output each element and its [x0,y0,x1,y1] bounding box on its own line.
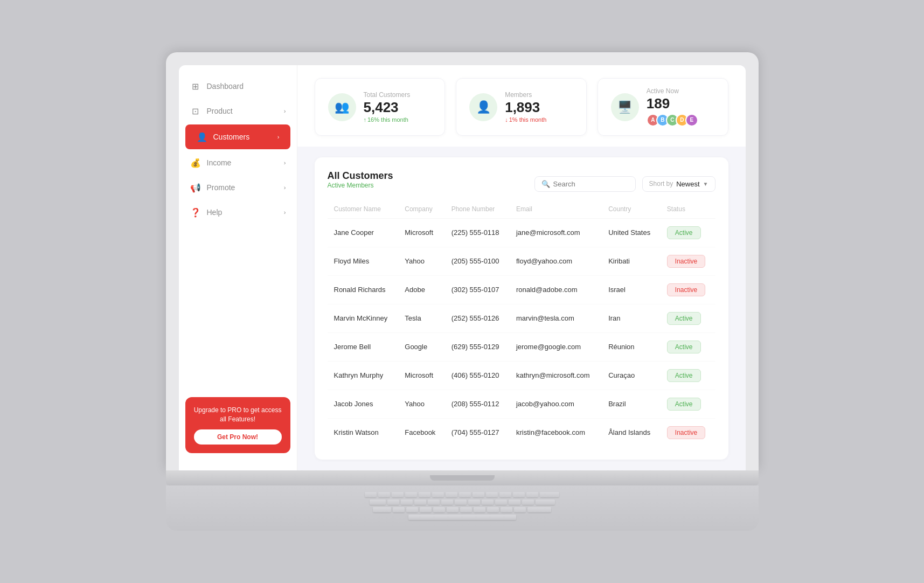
table-body: Jane Cooper Microsoft (225) 555-0118 jan… [328,218,715,447]
stat-change: ↑ 16% this month [364,116,432,123]
sidebar-label-income: Income [207,158,232,167]
key [378,492,390,497]
sidebar-label-help: Help [207,208,223,217]
key [495,499,507,505]
key [447,507,458,512]
customer-email: jerome@google.com [510,332,602,361]
customer-email: kathryn@microsoft.com [510,361,602,390]
key [446,492,457,497]
key [441,499,453,505]
pro-upgrade-card: Upgrade to PRO to get access all Feature… [185,397,290,453]
key [392,492,404,497]
table-head: Customer NameCompanyPhone NumberEmailCou… [328,200,715,219]
customer-phone: (252) 555-0126 [445,304,510,332]
key [432,492,444,497]
key [419,492,430,497]
stat-info: Members 1,893 ↓ 1% this month [505,91,573,123]
keyboard-row-3 [179,507,746,512]
sort-value: Newest [676,180,699,188]
key [487,507,499,512]
column-header: Email [510,200,602,219]
table-header: All Customers Active Members 🔍 Short by … [328,170,715,198]
status-badge: Inactive [667,255,705,268]
key [405,492,417,497]
search-box[interactable]: 🔍 [534,176,636,192]
laptop-notch [430,475,495,481]
stat-avatars: ABCDE [647,114,715,127]
customer-name: Kristin Watson [328,418,399,447]
change-text: 1% this month [509,116,547,123]
customers-table: Customer NameCompanyPhone NumberEmailCou… [328,200,715,447]
key [370,499,386,505]
customer-country: Réunion [602,332,661,361]
sort-dropdown[interactable]: Short by Newest ▼ [642,176,715,192]
sidebar-item-customers[interactable]: 👤 Customers › [185,124,290,149]
customer-company: Microsoft [398,218,444,247]
customer-phone: (208) 555-0112 [445,390,510,418]
customer-company: Tesla [398,304,444,332]
customer-company: Adobe [398,275,444,304]
keyboard-row-1 [179,492,746,497]
key [526,492,538,497]
customer-status: Inactive [661,418,715,447]
customer-company: Microsoft [398,361,444,390]
customer-name: Kathryn Murphy [328,361,399,390]
status-badge: Active [667,226,701,239]
search-input[interactable] [553,180,629,188]
customer-email: ronald@adobe.com [510,275,602,304]
status-badge: Active [667,398,701,411]
stat-card-members: 👤 Members 1,893 ↓ 1% this month [456,78,587,136]
sidebar-item-promote[interactable]: 📢 Promote › [179,175,297,200]
key [373,507,391,512]
sidebar-item-income[interactable]: 💰 Income › [179,150,297,175]
main-content: 👥 Total Customers 5,423 ↑ 16% this month… [297,65,746,470]
customer-phone: (629) 555-0129 [445,332,510,361]
sidebar-label-dashboard: Dashboard [207,82,244,91]
avatar: E [685,114,698,127]
pro-now-button[interactable]: Get Pro Now! [194,429,282,445]
customer-country: Curaçao [602,361,661,390]
sidebar-item-product[interactable]: ⊡ Product › [179,99,297,123]
table-row: Ronald Richards Adobe (302) 555-0107 ron… [328,275,715,304]
sidebar-label-customers: Customers [213,133,250,141]
column-header: Phone Number [445,200,510,219]
laptop-base [166,470,759,485]
key [393,507,405,512]
customer-country: Åland Islands [602,418,661,447]
table-row: Kathryn Murphy Microsoft (406) 555-0120 … [328,361,715,390]
dashboard-icon: ⊞ [190,80,202,92]
customer-status: Inactive [661,275,715,304]
sidebar-item-dashboard[interactable]: ⊞ Dashboard [179,74,297,99]
sidebar-label-promote: Promote [207,183,235,192]
key [468,499,480,505]
customer-phone: (406) 555-0120 [445,361,510,390]
product-icon: ⊡ [190,105,202,117]
key [455,499,467,505]
customer-country: Brazil [602,390,661,418]
chevron-icon: › [277,134,280,140]
spacebar-key [408,515,516,520]
customer-status: Inactive [661,247,715,275]
sidebar-item-help[interactable]: ❓ Help › [179,200,297,225]
stat-info: Active Now 189 ABCDE [647,87,715,127]
status-badge: Inactive [667,426,705,439]
customer-country: Israel [602,275,661,304]
stat-value: 189 [647,96,715,112]
key [474,507,485,512]
key [420,507,432,512]
table-row: Floyd Miles Yahoo (205) 555-0100 floyd@y… [328,247,715,275]
stat-change: ↓ 1% this month [505,116,573,123]
total-customers-icon: 👥 [335,100,349,114]
customer-name: Jane Cooper [328,218,399,247]
keyboard-row-4 [179,515,746,520]
customer-email: jane@microsoft.com [510,218,602,247]
keyboard-area [166,485,759,531]
chevron-down-icon: ▼ [703,181,708,187]
customer-status: Active [661,390,715,418]
status-badge: Inactive [667,283,705,296]
customer-email: floyd@yahoo.com [510,247,602,275]
change-arrow-icon: ↑ [364,116,367,123]
key [522,499,534,505]
stat-icon-wrap: 👤 [469,93,497,121]
key [428,499,440,505]
